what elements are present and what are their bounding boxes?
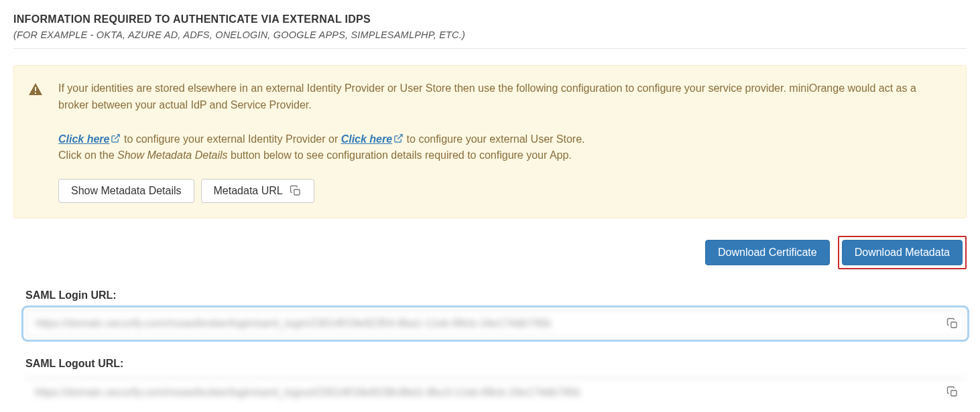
saml-login-url-wrapper [25, 310, 965, 338]
configure-idp-link[interactable]: Click here [58, 133, 121, 145]
show-metadata-emphasis: Show Metadata Details [117, 149, 228, 161]
metadata-url-button[interactable]: Metadata URL [201, 179, 314, 203]
saml-login-url-label: SAML Login URL: [25, 289, 967, 301]
configure-userstore-link[interactable]: Click here [341, 133, 404, 145]
svg-rect-1 [35, 92, 36, 94]
external-link-icon [111, 133, 121, 143]
metadata-url-label: Metadata URL [214, 185, 283, 197]
alert-line-2: Click here to configure your external Id… [58, 131, 947, 165]
alert-button-row: Show Metadata Details Metadata URL [58, 179, 947, 203]
saml-login-url-input[interactable] [25, 310, 965, 338]
saml-logout-url-wrapper [25, 378, 965, 406]
download-certificate-button[interactable]: Download Certificate [705, 240, 830, 265]
saml-logout-url-label: SAML Logout URL: [25, 358, 967, 370]
section-subtitle: (FOR EXAMPLE - OKTA, AZURE AD, ADFS, ONE… [13, 29, 967, 40]
saml-logout-url-group: SAML Logout URL: [13, 358, 967, 406]
svg-rect-0 [35, 87, 36, 91]
saml-logout-url-input[interactable] [25, 378, 965, 406]
svg-rect-6 [951, 391, 957, 396]
download-metadata-highlight: Download Metadata [838, 236, 967, 269]
svg-rect-5 [951, 322, 957, 328]
copy-icon [946, 386, 959, 398]
download-button-row: Download Certificate Download Metadata [13, 236, 967, 269]
svg-line-2 [115, 134, 120, 139]
svg-line-3 [397, 134, 402, 139]
download-metadata-button[interactable]: Download Metadata [842, 240, 963, 265]
copy-icon [290, 185, 302, 197]
copy-login-url-button[interactable] [946, 318, 959, 330]
copy-icon [946, 318, 959, 330]
saml-login-url-group: SAML Login URL: [13, 289, 967, 338]
show-metadata-details-button[interactable]: Show Metadata Details [58, 179, 194, 203]
section-header: INFORMATION REQUIRED TO AUTHENTICATE VIA… [13, 13, 967, 40]
svg-rect-4 [294, 190, 299, 195]
warning-icon [27, 82, 44, 98]
copy-logout-url-button[interactable] [946, 386, 959, 398]
alert-content: If your identities are stored elsewhere … [58, 80, 947, 203]
info-alert: If your identities are stored elsewhere … [13, 65, 967, 218]
section-title: INFORMATION REQUIRED TO AUTHENTICATE VIA… [13, 13, 967, 25]
divider [13, 48, 967, 49]
external-link-icon [393, 133, 404, 143]
alert-line-1: If your identities are stored elsewhere … [58, 80, 947, 114]
